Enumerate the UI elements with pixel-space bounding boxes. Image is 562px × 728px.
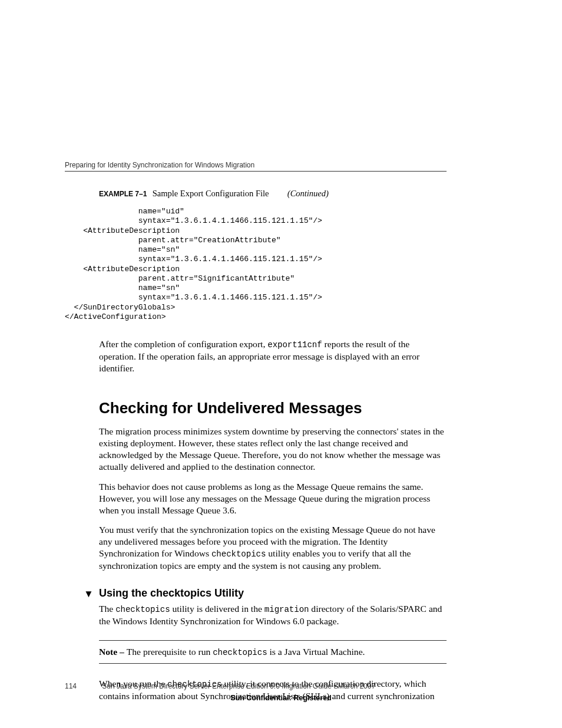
- triangle-down-icon: ▼: [84, 588, 94, 600]
- text: is a Java Virtual Machine.: [267, 647, 365, 657]
- heading-checking: Checking for Undelivered Messages: [99, 399, 447, 417]
- text: The: [99, 604, 115, 614]
- note-label: Note –: [99, 647, 127, 657]
- paragraph-checking-1: The migration process minimizes system d…: [99, 426, 447, 473]
- example-label: EXAMPLE 7–1: [99, 190, 147, 198]
- inline-code: checktopics: [211, 549, 266, 559]
- footer-title: Sun Java System Directory Server Enterpr…: [102, 682, 375, 690]
- paragraph-checking-2: This behavior does not cause problems as…: [99, 481, 447, 516]
- page: Preparing for Identity Synchronization f…: [0, 0, 562, 728]
- text: utility is delivered in the: [170, 604, 265, 614]
- running-header: Preparing for Identity Synchronization f…: [65, 161, 497, 169]
- header-rule: [65, 171, 447, 172]
- inline-code: checktopics: [213, 648, 267, 657]
- example-continued: (Continued): [287, 189, 329, 198]
- paragraph-after-export: After the completion of configuration ex…: [99, 338, 447, 374]
- page-number: 114: [65, 682, 88, 690]
- task-heading-row: ▼ Using the checktopics Utility: [65, 587, 447, 599]
- inline-code: export11cnf: [267, 340, 322, 350]
- paragraph-task-1: The checktopics utility is delivered in …: [99, 603, 447, 627]
- text: The prerequisite to run: [127, 647, 213, 657]
- inline-code: checktopics: [115, 605, 170, 614]
- heading-task: Using the checktopics Utility: [99, 587, 447, 599]
- text: After the completion of configuration ex…: [99, 339, 267, 349]
- inline-code: migration: [265, 605, 309, 614]
- example-title: Sample Export Configuration File: [153, 189, 269, 198]
- code-block: name="uid" syntax="1.3.6.1.4.1.1466.115.…: [65, 207, 447, 322]
- note-box: Note – The prerequisite to run checktopi…: [99, 640, 447, 664]
- example-caption: EXAMPLE 7–1 Sample Export Configuration …: [99, 189, 447, 199]
- content-area: EXAMPLE 7–1 Sample Export Configuration …: [65, 189, 447, 710]
- confidential-label: Sun Confidential: Registered: [0, 694, 562, 702]
- paragraph-checking-3: You must verify that the synchronization…: [99, 524, 447, 572]
- footer: 114 Sun Java System Directory Server Ent…: [65, 682, 447, 690]
